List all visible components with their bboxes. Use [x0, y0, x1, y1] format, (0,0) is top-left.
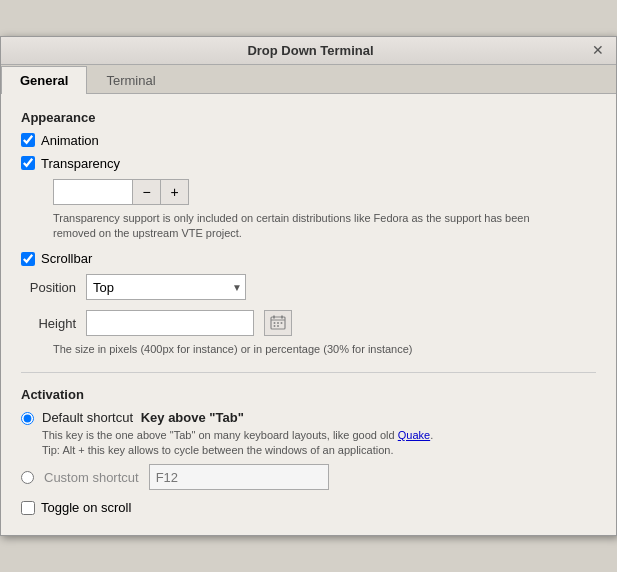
- calendar-icon: [270, 315, 286, 331]
- svg-point-8: [277, 325, 279, 327]
- transparency-label: Transparency: [41, 156, 120, 171]
- toggle-checkbox[interactable]: [21, 501, 35, 515]
- svg-rect-2: [273, 316, 275, 319]
- position-label: Position: [21, 280, 76, 295]
- custom-shortcut-input[interactable]: [149, 464, 329, 490]
- height-row: Height 40%: [21, 310, 596, 336]
- animation-label: Animation: [41, 133, 99, 148]
- scrollbar-row: Scrollbar: [21, 251, 596, 266]
- window-title: Drop Down Terminal: [31, 43, 590, 58]
- default-shortcut-row: Default shortcut Key above "Tab" This ke…: [21, 410, 596, 459]
- svg-point-6: [281, 322, 283, 324]
- custom-shortcut-row: Custom shortcut: [21, 464, 596, 490]
- content-area: Appearance Animation Transparency 90 − +…: [1, 94, 616, 536]
- position-select-wrapper: Top Bottom Left Right ▼: [86, 274, 246, 300]
- default-shortcut-content: Default shortcut Key above "Tab" This ke…: [42, 410, 596, 459]
- svg-rect-3: [281, 316, 283, 319]
- transparency-control: 90 − +: [53, 179, 596, 205]
- svg-point-4: [274, 322, 276, 324]
- height-info: The size in pixels (400px for instance) …: [53, 342, 573, 357]
- desc-text-1: This key is the one above "Tab" on many …: [42, 429, 398, 441]
- title-bar: Drop Down Terminal ✕: [1, 37, 616, 65]
- transparency-minus-button[interactable]: −: [133, 179, 161, 205]
- svg-point-7: [274, 325, 276, 327]
- transparency-info: Transparency support is only included on…: [53, 211, 573, 242]
- toggle-label: Toggle on scroll: [41, 500, 131, 515]
- height-icon-button[interactable]: [264, 310, 292, 336]
- tab-bar: General Terminal: [1, 65, 616, 94]
- height-label: Height: [21, 316, 76, 331]
- appearance-title: Appearance: [21, 110, 596, 125]
- transparency-value-input[interactable]: 90: [53, 179, 133, 205]
- position-row: Position Top Bottom Left Right ▼: [21, 274, 596, 300]
- transparency-checkbox[interactable]: [21, 156, 35, 170]
- custom-shortcut-label: Custom shortcut: [44, 470, 139, 485]
- tab-terminal[interactable]: Terminal: [87, 66, 174, 94]
- section-divider: [21, 372, 596, 373]
- scrollbar-checkbox[interactable]: [21, 252, 35, 266]
- animation-checkbox[interactable]: [21, 133, 35, 147]
- default-shortcut-label: Default shortcut: [42, 410, 133, 425]
- position-select[interactable]: Top Bottom Left Right: [86, 274, 246, 300]
- custom-shortcut-radio[interactable]: [21, 471, 34, 484]
- transparency-row: Transparency: [21, 156, 596, 171]
- desc-text-3: Tip: Alt + this key allows to cycle betw…: [42, 444, 393, 456]
- desc-text-2: .: [430, 429, 433, 441]
- activation-title: Activation: [21, 387, 596, 402]
- close-button[interactable]: ✕: [590, 43, 606, 57]
- svg-point-5: [277, 322, 279, 324]
- default-shortcut-desc: This key is the one above "Tab" on many …: [42, 428, 502, 459]
- transparency-plus-button[interactable]: +: [161, 179, 189, 205]
- toggle-row: Toggle on scroll: [21, 500, 596, 515]
- activation-section: Activation Default shortcut Key above "T…: [21, 387, 596, 516]
- height-input[interactable]: 40%: [86, 310, 254, 336]
- scrollbar-label: Scrollbar: [41, 251, 92, 266]
- quake-link[interactable]: Quake: [398, 429, 430, 441]
- default-shortcut-radio[interactable]: [21, 412, 34, 425]
- default-shortcut-value: Key above "Tab": [141, 410, 244, 425]
- window: Drop Down Terminal ✕ General Terminal Ap…: [0, 36, 617, 537]
- tab-general[interactable]: General: [1, 66, 87, 94]
- animation-row: Animation: [21, 133, 596, 148]
